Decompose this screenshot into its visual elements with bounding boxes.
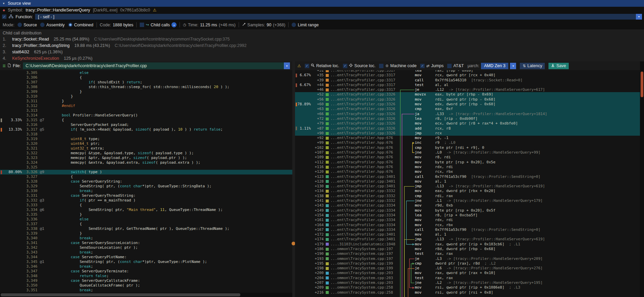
asm-instruction-row[interactable]: +120...ent\TracyProfiler.hpp:676movrcx, … — [295, 169, 640, 174]
horizontal-scrollbar[interactable] — [0, 293, 292, 297]
asm-instruction-row[interactable]: +143...ent\TracyProfiler.cpp:3334movr9d,… — [295, 203, 640, 208]
asm-instruction-row[interactable]: +164...ent\TracyProfiler.cpp:3334movrcx,… — [295, 223, 640, 227]
source-line[interactable]: 3,316 ServerQueryPacket payload; — [0, 123, 292, 127]
asm-instruction-row[interactable]: +79...ent\TracyProfiler.cpp:3326movecx, … — [295, 121, 640, 126]
source-line[interactable]: 3,321 uint32_t extra; — [0, 146, 292, 151]
toggle-machine-code[interactable]: ⚙ Machine code — [379, 63, 417, 68]
mode-option-combined[interactable]: Combined — [68, 23, 93, 27]
asm-instruction-row[interactable]: +207...ommon\TracySystem.cpp:203jne.L2->… — [295, 280, 640, 285]
asm-instruction-row[interactable]: 6.67%+35...ent\TracyProfiler.cpp:3317mov… — [295, 73, 640, 78]
source-line[interactable]: 3,328 case ServerQueryString: — [0, 179, 292, 184]
source-line[interactable]: 3,310 } — [0, 94, 292, 99]
source-line[interactable]: 3,343 break; — [0, 250, 292, 255]
asm-instruction-row[interactable]: +149...ent\TracyProfiler.cpp:3334movbyte… — [295, 208, 640, 213]
vertical-scrollbar[interactable] — [640, 61, 644, 297]
att-checkbox[interactable] — [447, 64, 452, 68]
collapse-icon[interactable]: ▼ — [2, 2, 5, 5]
asm-instruction-row[interactable]: +99...ent\TracyProfiler.hpp:676incr9; .L… — [295, 140, 640, 145]
source-line[interactable]: 3,329 SendString( ptr, (const char*)ptr,… — [0, 184, 292, 189]
propagate-up-button[interactable]: ▲ — [171, 22, 177, 27]
asm-instruction-row[interactable]: +130...ent\TracyProfiler.cpp:3401jmp.L13… — [295, 184, 640, 189]
asm-instruction-row[interactable]: +204...ommon\TracySystem.cpp:203testrax,… — [295, 276, 640, 280]
asm-instruction-row[interactable]: 78.89%+60...ent\TracyProfiler.cpp:3326mo… — [295, 102, 640, 107]
source-line[interactable]: 3,333 { — [0, 203, 292, 208]
child-call-row[interactable]: 3.stat64i32625 μs (1.36%) — [0, 49, 644, 55]
panel-splitter[interactable] — [292, 61, 295, 297]
source-line[interactable]: 3,331 case ServerQueryThreadString: — [0, 193, 292, 198]
source-line[interactable]: 3,306 { — [0, 75, 292, 80]
asm-instruction-row[interactable]: +134...ent\TracyProfiler.cpp:3332moveax,… — [295, 189, 640, 193]
child-call-row[interactable]: 1.tracy::Socket::Read25.25 ms (54.89%)C:… — [0, 36, 644, 42]
toggle-att-syntax[interactable]: AT&T — [447, 63, 464, 68]
asm-instruction-row[interactable]: +141...ent\TracyProfiler.cpp:3332jne.L1-… — [295, 198, 640, 203]
source-line[interactable]: 3,349 case ServerQueryCallstackFrame: — [0, 278, 292, 283]
source-line[interactable]: 3,318 — [0, 132, 292, 137]
source-line[interactable]: 3.33%3,315@7{ — [0, 118, 292, 123]
asm-instruction-row[interactable]: +161...ent\TracyProfiler.cpp:3334movrdx,… — [295, 218, 640, 222]
save-button[interactable]: Save — [548, 63, 569, 69]
limit-range-toggle[interactable]: Limit range — [292, 23, 319, 27]
source-line[interactable]: 3,309 } — [0, 89, 292, 94]
asm-instruction-row[interactable]: +112...ent\TracyProfiler.hpp:676movbyte … — [295, 160, 640, 165]
source-line[interactable]: 3,351 break; — [0, 288, 292, 293]
uarch-select[interactable]: AMD Zen 3 — [481, 63, 508, 69]
asm-instruction-row[interactable]: +46...ent\TracyProfiler.cpp:3317je.L12->… — [295, 87, 640, 92]
function-select[interactable]: [ - self - ] ▼ — [35, 14, 642, 20]
toggle-jumps[interactable]: ✓ ⇄ Jumps — [420, 63, 444, 68]
scrollbar-thumb[interactable] — [1, 293, 240, 296]
machine-code-checkbox[interactable] — [379, 64, 383, 68]
asm-instruction-row[interactable]: +116...ent\TracyProfiler.hpp:676movrdx, … — [295, 165, 640, 169]
asm-instruction-row[interactable]: +186...ommon\TracySystem.cpp:197movr8d, … — [295, 247, 640, 251]
asm-instruction-row[interactable]: +154...ent\TracyProfiler.cpp:3334lear8, … — [295, 213, 640, 218]
source-line[interactable]: 3,320 uint64_t ptr; — [0, 141, 292, 146]
source-line[interactable]: 3,339 } — [0, 231, 292, 236]
mode-option-source[interactable]: Source — [18, 23, 37, 27]
source-line[interactable]: 3,345@1 SendString( ptr, (const char*)pt… — [0, 260, 292, 264]
source-line[interactable]: 3,308 std::this_thread::sleep_for( std::… — [0, 85, 292, 89]
asm-instruction-row[interactable]: +190...ommon\TracySystem.cpp:197testrax,… — [295, 251, 640, 256]
source-line[interactable]: 3,350 QueueCallstackFrame( ptr ); — [0, 283, 292, 288]
asm-instruction-row[interactable]: +102...ent\TracyProfiler.hpp:676cmpbyte … — [295, 145, 640, 150]
file-dropdown-icon[interactable]: ▼ — [284, 62, 290, 69]
asm-instruction-row[interactable]: 1.11%+87...ent\TracyProfiler.cpp:3326add… — [295, 126, 640, 131]
asm-instruction-row[interactable]: +174...ent\TracyProfiler.cpp:3401jmp.L13… — [295, 237, 640, 242]
asm-instruction-row[interactable]: +138...ent\TracyProfiler.cpp:3332cmprdi,… — [295, 194, 640, 198]
scrollbar-thumb[interactable] — [641, 72, 643, 97]
source-line[interactable]: 3,313 — [0, 108, 292, 113]
source-line[interactable]: 3,337 { — [0, 222, 292, 226]
asm-instruction-row[interactable]: +193...ommon\TracySystem.cpp:197je.L3-> … — [295, 256, 640, 261]
asm-instruction-row[interactable]: +92...ent\TracyProfiler.hpp:676movr9, -1 — [295, 136, 640, 140]
source-code-area[interactable]: 3,305 else3,306 {3,307 if( shouldExit ) … — [0, 70, 292, 293]
source-line[interactable]: 3,334@6 SendString( ptr, "Main thread", … — [0, 208, 292, 212]
asm-instruction-row[interactable]: +216...ommon\TracySystem.cpp:258movrsi, … — [295, 290, 640, 295]
uarch-dropdown-icon[interactable]: ▼ — [510, 63, 516, 69]
source-line[interactable]: 3,323 memcpy( &ptr, &payload.ptr, sizeof… — [0, 156, 292, 160]
source-line[interactable]: 3,342 SendSourceLocation( ptr ); — [0, 245, 292, 250]
toggle-relative-loc[interactable]: ✓ Relative loc. — [305, 63, 339, 68]
function-dropdown-icon[interactable]: ▼ — [636, 14, 642, 20]
source-line[interactable]: 3,348 return false; — [0, 274, 292, 278]
asm-instruction-row[interactable]: +66...ent\TracyProfiler.cpp:3326ja.L33->… — [295, 112, 640, 116]
child-calls-toggle[interactable]: ↪ Child calls ▲ — [140, 22, 177, 27]
source-line[interactable]: 3,347 case ServerQueryTerminate: — [0, 269, 292, 274]
asm-area[interactable]: +31...ent\TracyProfiler.cpp:3317learax, … — [295, 70, 640, 297]
mode-option-assembly[interactable]: Assembly — [40, 23, 64, 27]
file-select[interactable]: C:\Users\wolf\Desktop\darkrl\contrib\tra… — [23, 62, 290, 69]
asm-instruction-row[interactable]: +90...ent\TracyProfiler.cpp:3326jmprcx — [295, 131, 640, 136]
source-line[interactable]: 3,330 break; — [0, 189, 292, 193]
source-line[interactable]: 3,319 uint8_t type; — [0, 137, 292, 141]
asm-instruction-row[interactable]: 6.67%+44...ent\TracyProfiler.cpp:3317tes… — [295, 83, 640, 87]
limit-range-checkbox[interactable] — [292, 23, 296, 27]
asm-instruction-row[interactable]: +63...ent\TracyProfiler.cpp:3326cmpeax, … — [295, 107, 640, 111]
source-line[interactable]: 3,332@3 if( ptr == m_mainThread ) — [0, 198, 292, 203]
latency-button[interactable]: ⇅ Latency — [520, 63, 545, 69]
asm-instruction-row[interactable]: +31...ent\TracyProfiler.cpp:3317learax, … — [295, 70, 640, 73]
asm-instruction-row[interactable]: +195...ommon\TracySystem.cpp:199cmpdword… — [295, 261, 640, 266]
asm-instruction-row[interactable]: +200...ommon\TracySystem.cpp:203movrax, … — [295, 271, 640, 275]
source-line[interactable]: 3,322 memcpy( &type, &payload.type, size… — [0, 151, 292, 156]
asm-instruction-row[interactable]: +107...ent\TracyProfiler.hpp:676jne.L0->… — [295, 150, 640, 155]
child-call-row[interactable]: 2.tracy::Profiler::SendLongString19.88 m… — [0, 42, 644, 49]
asm-instruction-row[interactable]: +172...ent\TracyProfiler.cpp:3401moval, … — [295, 232, 640, 237]
source-line[interactable]: 3,311} — [0, 99, 292, 104]
source-line[interactable]: 3,335 } — [0, 212, 292, 217]
